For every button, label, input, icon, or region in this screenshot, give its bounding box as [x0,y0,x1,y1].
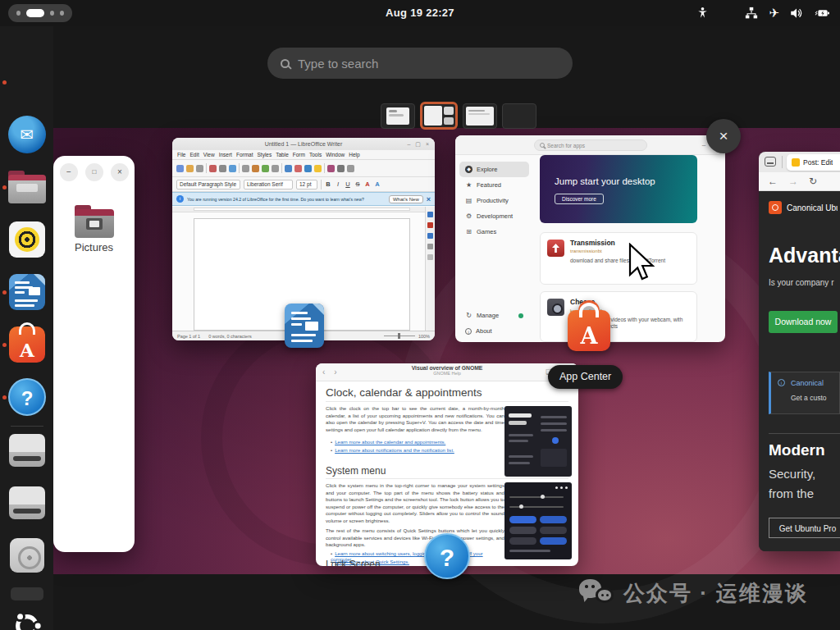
menu-format[interactable]: Format [236,152,253,158]
dock-item-app-center[interactable]: A [8,326,46,363]
forward-button[interactable]: → [788,176,798,187]
calendar-link[interactable]: Learn more about the calendar and appoin… [331,439,504,445]
firefox-window[interactable]: Post: Edit ← → ↻ Canonical Ubuntu Advant… [759,152,840,551]
app-center-search-placeholder: Search for apps [547,143,585,148]
network-wired-icon[interactable] [744,6,759,21]
dock-item-drive-3[interactable] [8,587,46,602]
menu-window[interactable]: Window [326,152,345,158]
site-brand[interactable]: Canonical Ubuntu [787,203,838,212]
sidebar-item-manage[interactable]: ↻ Manage [459,308,529,323]
writer-window-controls[interactable]: – ▢ × [408,138,431,150]
menu-table[interactable]: Table [276,152,289,158]
menu-insert[interactable]: Insert [219,152,232,158]
workspace-thumbnail-4[interactable] [502,103,536,129]
dock-item-drive-1[interactable] [8,431,46,469]
app-card-cheese[interactable]: Cheese ken-vandine ✔ Take photos and vid… [540,291,697,342]
download-now-button[interactable]: Download now [769,311,838,333]
menu-styles[interactable]: Styles [258,152,272,158]
zoom-slider[interactable] [384,336,415,336]
app-center-icon[interactable]: A [568,300,610,351]
firefox-view-icon[interactable] [765,157,776,167]
browser-tab[interactable]: Post: Edit [787,154,840,171]
pictures-folder-icon[interactable] [75,205,114,238]
files-window[interactable]: − □ × Pictures [53,156,135,552]
minimize-button[interactable]: − [60,163,78,181]
help-forward-button[interactable]: › [334,368,340,377]
dock-item-show-apps[interactable] [8,607,46,630]
menu-file[interactable]: File [177,152,185,158]
workspace-thumbnail-3[interactable] [463,103,497,129]
discover-more-button[interactable]: Discover more [555,194,604,204]
dock-item-optical-drive[interactable] [8,536,46,574]
tab-favicon [792,158,800,167]
infobar-close-icon[interactable]: × [427,195,431,203]
strikethrough-button[interactable]: S [354,180,361,188]
dock-item-rhythmbox[interactable] [8,221,46,258]
app-center-search-input[interactable]: Search for apps [534,139,647,151]
dock-item-thunderbird[interactable]: ✉ [8,116,46,153]
quick-settings-screenshot [504,482,572,559]
maximize-button[interactable]: □ [85,163,103,181]
system-tray[interactable]: ✈ [696,0,832,26]
close-window-button[interactable]: × [706,119,741,153]
running-indicator [2,395,7,399]
writer-toolbar[interactable] [172,160,435,177]
bold-button[interactable]: B [325,180,331,188]
writer-menubar[interactable]: File Edit View Insert Format Styles Tabl… [172,150,435,160]
sidebar-label: Explore [477,166,497,173]
whats-new-button[interactable]: What's New [389,195,423,203]
calendar-screenshot [504,406,572,477]
thunderbird-icon: ✉ [8,116,46,153]
page-subheading: Is your company r [769,278,833,287]
highlight-color-button[interactable]: A [374,180,381,188]
dock-item-help[interactable]: ? [8,378,46,416]
underline-button[interactable]: U [345,180,351,188]
writer-format-bar[interactable]: Default Paragraph Style Liberation Serif… [172,177,435,192]
sidebar-item-explore[interactable]: ◆ Explore [459,162,529,177]
infobar-text: You are running version 24.2 of LibreOff… [187,197,386,202]
menu-tools[interactable]: Tools [309,152,322,158]
font-name-select[interactable]: Liberation Serif [244,180,293,189]
menu-edit[interactable]: Edit [189,152,199,158]
dock-item-libreoffice-writer[interactable] [8,273,46,311]
menu-view[interactable]: View [203,152,215,158]
gnome-activities-overview: 公众号 · 运维漫谈 Aug 19 22:27 ✈ Type to search [0,0,840,630]
sidebar-item-productivity[interactable]: ▤ Productivity [459,193,529,208]
italic-button[interactable]: I [335,180,341,188]
sidebar-item-about[interactable]: i About [459,323,529,339]
callout-title[interactable]: Canonical [791,379,824,387]
sidebar-item-featured[interactable]: ★ Featured [459,177,529,193]
writer-sidebar-tabs[interactable] [425,207,435,331]
help-back-button[interactable]: ‹ [322,368,328,377]
get-ubuntu-pro-button[interactable]: Get Ubuntu Pro [769,518,840,538]
sidebar-item-development[interactable]: ⚙ Development [459,208,529,224]
menu-help[interactable]: Help [349,152,359,158]
workspace-thumbnail-2-active[interactable] [420,102,458,130]
help-app-icon[interactable]: ? [424,533,470,579]
dock-item-drive-2[interactable] [8,484,46,522]
reload-button[interactable]: ↻ [809,176,817,187]
notifications-link[interactable]: Learn more about notifications and the n… [331,447,504,453]
sidebar-item-games[interactable]: ⊞ Games [459,224,529,240]
font-size-select[interactable]: 12 pt [296,180,317,189]
back-button[interactable]: ← [768,176,778,187]
close-button[interactable]: × [111,163,129,181]
help-title: Visual overview of GNOME [365,365,529,371]
info-callout: i Canonical Get a custo [769,372,840,414]
app-center-banner[interactable]: Jump start your desktop Discover more [540,155,697,223]
app-card-transmission[interactable]: Transmission transmissionbt download and… [540,232,697,285]
volume-icon[interactable] [789,6,804,21]
font-color-button[interactable]: A [364,180,371,188]
battery-charging-icon[interactable] [814,6,832,21]
app-name: Transmission [570,239,615,247]
dock-item-files[interactable] [8,168,46,206]
workspace-thumbnail-1[interactable] [381,103,415,129]
airplane-mode-icon[interactable]: ✈ [769,6,779,21]
menu-form[interactable]: Form [293,152,305,158]
dock-item-firefox[interactable] [8,63,46,101]
paragraph-style-select[interactable]: Default Paragraph Style [176,180,240,189]
drive-icon [9,434,45,467]
status-zoom: 100% [418,334,430,339]
accessibility-icon[interactable] [696,6,710,21]
search-input[interactable]: Type to search [267,48,573,79]
